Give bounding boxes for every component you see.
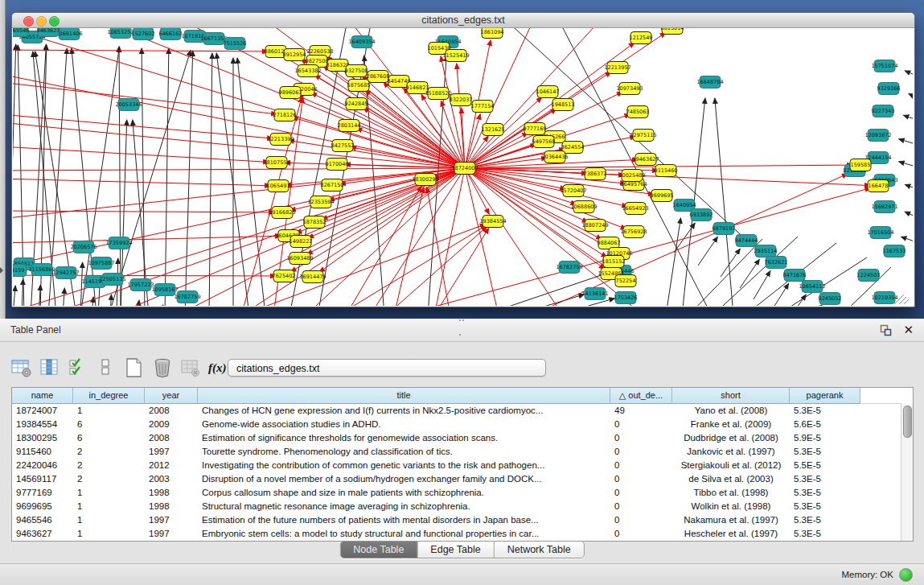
graph-node[interactable]: 9699695 bbox=[651, 190, 674, 202]
graph-node[interactable]: 159585 bbox=[850, 159, 871, 171]
graph-node[interactable]: 1212549 bbox=[630, 32, 653, 44]
splitter-handle[interactable] bbox=[458, 319, 466, 323]
table-row[interactable]: 1830029562008Estimation of significance … bbox=[12, 431, 901, 445]
graph-node[interactable]: 18300295 bbox=[412, 174, 438, 186]
tab-edge-table[interactable]: Edge Table bbox=[417, 542, 493, 558]
graph-node[interactable]: 16782759 bbox=[174, 291, 200, 303]
unselect-all-icon[interactable] bbox=[96, 357, 117, 378]
tab-node-table[interactable]: Node Table bbox=[340, 542, 417, 558]
table-row[interactable]: 1872400712008Changes of HCN gene express… bbox=[12, 404, 901, 418]
table-row[interactable]: 911546021997Tourette syndrome. Phenomeno… bbox=[12, 445, 901, 459]
graph-node[interactable]: 9896061 bbox=[279, 87, 302, 99]
graph-node[interactable]: 16648784 bbox=[696, 76, 723, 89]
graph-node[interactable]: 10653257 bbox=[107, 28, 133, 39]
graph-node[interactable]: 17957223 bbox=[127, 279, 154, 291]
graph-node[interactable]: 18724007 bbox=[451, 163, 478, 175]
graph-node[interactable]: 12353594 bbox=[307, 196, 334, 208]
graph-node[interactable]: 15720407 bbox=[560, 185, 586, 197]
graph-node[interactable]: 16409354 bbox=[348, 36, 375, 48]
graph-node[interactable]: 11525419 bbox=[442, 50, 469, 62]
table-row[interactable]: 2242004622012Investigating the contribut… bbox=[12, 459, 901, 472]
graph-node[interactable]: 9170046 bbox=[326, 159, 349, 171]
graph-node[interactable]: 10210354 bbox=[871, 292, 897, 304]
column-header-out_de[interactable]: △ out_de... bbox=[610, 388, 672, 404]
graph-node[interactable]: 9115460 bbox=[655, 165, 678, 177]
graph-node[interactable]: 18807249 bbox=[581, 220, 608, 232]
graph-node[interactable]: 6879197 bbox=[713, 223, 736, 235]
column-header-name[interactable]: name bbox=[12, 388, 73, 404]
graph-node[interactable]: 1753426 bbox=[614, 292, 638, 304]
graph-node[interactable]: 8427552 bbox=[331, 140, 355, 152]
graph-node[interactable]: 1861094 bbox=[481, 28, 504, 39]
resize-grip-icon[interactable] bbox=[904, 299, 909, 304]
graph-node[interactable]: 2935114 bbox=[754, 245, 778, 257]
graph-node[interactable]: 17359924 bbox=[105, 237, 132, 249]
delete-table-icon-disabled[interactable] bbox=[180, 357, 201, 378]
graph-node[interactable]: 9465546 bbox=[13, 28, 29, 37]
graph-node[interactable]: 8813014 bbox=[661, 28, 684, 35]
graph-node[interactable]: 5878352 bbox=[303, 216, 326, 229]
scrollbar-thumb[interactable] bbox=[903, 406, 912, 438]
graph-node[interactable]: 11156869 bbox=[28, 264, 55, 276]
column-header-title[interactable]: title bbox=[198, 388, 610, 404]
column-header-pagerank[interactable]: pagerank bbox=[790, 388, 860, 404]
table-row[interactable]: 946554611997Estimation of the future num… bbox=[12, 513, 901, 527]
graph-node[interactable]: 18107554 bbox=[263, 157, 290, 169]
table-source-dropdown[interactable]: citations_edges.txt bbox=[228, 359, 546, 377]
graph-node[interactable]: 2718126 bbox=[273, 109, 297, 122]
graph-node[interactable]: 12093872 bbox=[864, 130, 891, 142]
graph-node[interactable]: 10654112 bbox=[799, 281, 825, 293]
graph-node[interactable]: 10025488 bbox=[618, 170, 645, 182]
graph-node[interactable]: 1224503 bbox=[857, 270, 881, 282]
graph-node[interactable]: 19166825 bbox=[269, 207, 295, 219]
graph-node[interactable]: 752254 bbox=[615, 275, 636, 287]
graph-node[interactable]: 15692971 bbox=[871, 201, 897, 213]
graph-node[interactable]: 166478 bbox=[868, 180, 889, 192]
column-header-short[interactable]: short bbox=[672, 388, 790, 404]
graph-node[interactable]: 20364436 bbox=[541, 151, 568, 163]
graph-node[interactable]: 20053346 bbox=[115, 99, 142, 111]
graph-node[interactable]: 16756928 bbox=[620, 226, 647, 238]
graph-node[interactable]: 6497568 bbox=[532, 136, 556, 148]
graph-node[interactable]: 8912954 bbox=[283, 49, 306, 61]
graph-node[interactable]: 16914479 bbox=[299, 271, 326, 283]
graph-node[interactable]: 19384554 bbox=[479, 216, 506, 228]
graph-node[interactable]: 5875685 bbox=[347, 80, 371, 92]
graph-node[interactable]: 9463627 bbox=[37, 28, 60, 37]
graph-node[interactable]: 7485063 bbox=[626, 106, 650, 118]
graph-node[interactable]: 1498222 bbox=[290, 236, 313, 248]
graph-node[interactable]: 12213399 bbox=[267, 134, 294, 146]
graph-node[interactable]: 12505135 bbox=[99, 274, 125, 286]
table-mode-icon[interactable] bbox=[11, 357, 32, 378]
graph-node[interactable]: 1948513 bbox=[552, 99, 575, 111]
graph-node[interactable]: 1527602 bbox=[132, 28, 155, 40]
table-row[interactable]: 946362711997Embryonic stem cells: a mode… bbox=[12, 527, 901, 541]
graph-node[interactable]: 10975887 bbox=[88, 257, 114, 270]
graph-node[interactable]: 8322037 bbox=[450, 94, 473, 106]
graph-node[interactable]: 16654923 bbox=[622, 203, 648, 215]
graph-node[interactable]: 15188520 bbox=[425, 88, 451, 100]
graph-node[interactable]: 7632621 bbox=[765, 257, 788, 269]
graph-node[interactable]: 1321625 bbox=[482, 124, 505, 136]
graph-node[interactable]: 16782759 bbox=[556, 262, 582, 274]
graph-node[interactable]: 8471676 bbox=[783, 270, 807, 282]
float-panel-icon[interactable] bbox=[880, 324, 892, 336]
select-column-icon[interactable] bbox=[39, 357, 60, 378]
graph-node[interactable]: 2803144 bbox=[338, 120, 361, 132]
graph-node[interactable]: 7625402 bbox=[273, 270, 296, 282]
table-row[interactable]: 1938455462009Genome-wide association stu… bbox=[12, 418, 901, 431]
graph-node[interactable]: 20206576 bbox=[70, 241, 97, 253]
graph-node[interactable]: 9327508 bbox=[345, 65, 368, 77]
graph-node[interactable]: 12942757 bbox=[52, 267, 79, 279]
function-builder-icon[interactable]: f(x) bbox=[208, 361, 227, 375]
graph-node[interactable]: 9227343 bbox=[872, 105, 895, 117]
graph-node[interactable]: 16093489 bbox=[286, 253, 313, 265]
graph-node[interactable]: 2867608 bbox=[367, 71, 390, 83]
column-header-year[interactable]: year bbox=[145, 388, 198, 404]
left-collapse-strip[interactable] bbox=[0, 0, 6, 319]
graph-node[interactable]: 9474444 bbox=[735, 235, 758, 247]
graph-node[interactable]: 9242845 bbox=[345, 98, 368, 110]
close-panel-icon[interactable]: ✕ bbox=[903, 323, 914, 337]
graph-node[interactable]: 1167533 bbox=[883, 245, 906, 257]
graph-node[interactable]: 9245052 bbox=[819, 293, 842, 305]
